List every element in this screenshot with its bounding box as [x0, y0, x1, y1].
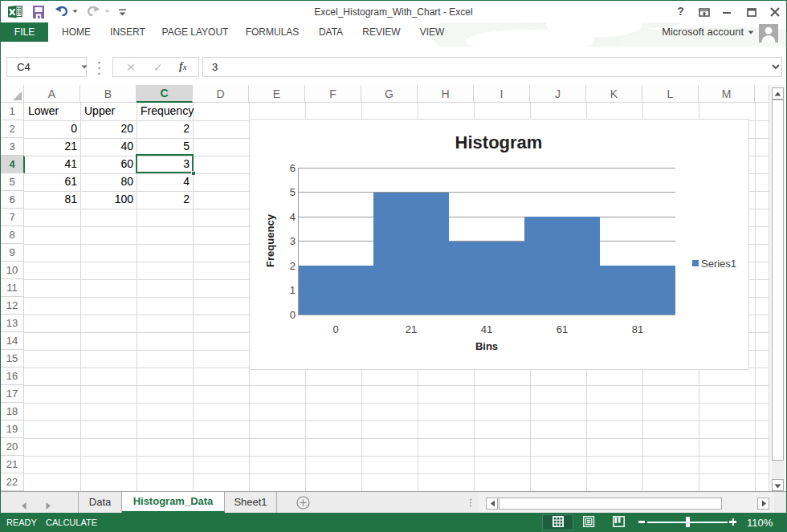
svg-text:Series1: Series1 — [701, 258, 736, 270]
svg-text:Frequency: Frequency — [264, 213, 276, 267]
svg-text:6: 6 — [290, 162, 296, 174]
svg-text:41: 41 — [481, 323, 492, 335]
svg-text:81: 81 — [632, 323, 643, 335]
svg-text:3: 3 — [290, 235, 296, 247]
svg-text:0: 0 — [332, 323, 338, 335]
svg-text:4: 4 — [290, 211, 296, 223]
svg-text:61: 61 — [557, 323, 568, 335]
svg-text:1: 1 — [290, 284, 296, 296]
svg-text:5: 5 — [290, 186, 296, 198]
svg-text:0: 0 — [290, 309, 296, 321]
svg-text:2: 2 — [290, 260, 296, 272]
svg-text:Histogram: Histogram — [455, 132, 543, 152]
svg-text:21: 21 — [406, 323, 417, 335]
svg-text:Bins: Bins — [475, 340, 498, 352]
